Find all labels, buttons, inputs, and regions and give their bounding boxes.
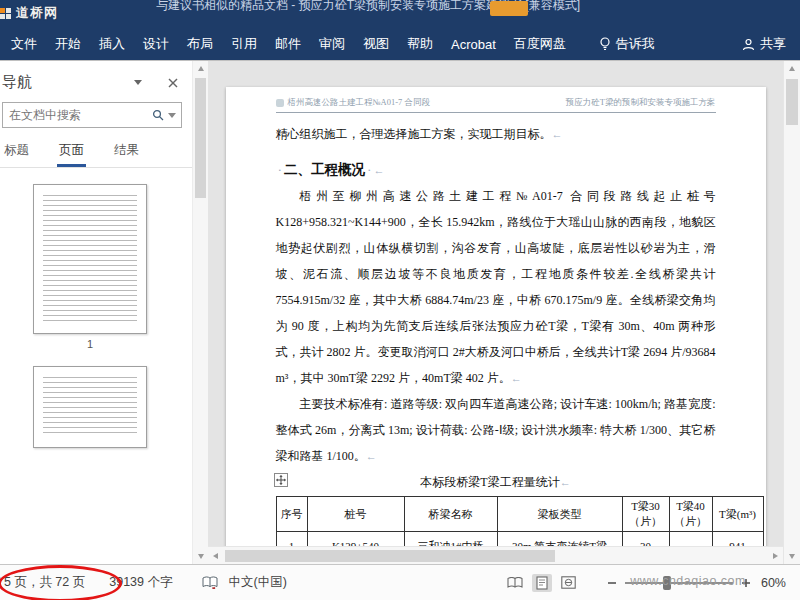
navigation-scrollbar-thumb[interactable] (195, 78, 206, 198)
paragraph-text: 精心组织施工，合理选择施工方案，实现工期目标。 (276, 127, 552, 141)
red-circle-annotation (0, 565, 122, 600)
tab-acrobat[interactable]: Acrobat (442, 30, 505, 59)
tab-layout[interactable]: 布局 (178, 28, 222, 60)
view-shortcuts (505, 574, 579, 592)
document-area: 梧州高速公路土建工程№A01-7 合同段 预应力砼T梁的预制和安装专项施工方案 … (208, 61, 783, 564)
tell-me-button[interactable]: 告诉我 (599, 35, 655, 53)
site-watermark: 道桥网 (0, 4, 58, 22)
col-header: 梁板类型 (497, 497, 622, 532)
nav-tab-results[interactable]: 结果 (112, 138, 141, 167)
cell (669, 532, 712, 548)
paragraph-mark: ← (560, 476, 571, 488)
search-options-chevron-icon[interactable] (168, 113, 176, 118)
search-input[interactable] (3, 108, 152, 122)
section-heading[interactable]: ·二、工程概况·← (276, 157, 716, 183)
site-watermark-text: 道桥网 (16, 4, 58, 22)
close-pane-button[interactable] (168, 74, 178, 92)
document-page[interactable]: 梧州高速公路土建工程№A01-7 合同段 预应力砼T梁的预制和安装专项施工方案 … (226, 87, 766, 547)
tab-references[interactable]: 引用 (222, 28, 266, 60)
header-right-text: 预应力砼T梁的预制和安装专项施工方案 (566, 97, 716, 109)
language-indicator[interactable]: 中文(中国) (228, 574, 286, 591)
col-header: 桥梁名称 (404, 497, 497, 532)
scroll-right-icon[interactable] (768, 547, 783, 564)
nav-tab-headings[interactable]: 标题 (2, 138, 31, 167)
web-layout-button[interactable] (559, 574, 579, 592)
lightbulb-icon (599, 37, 611, 51)
space-mark: · (365, 162, 374, 177)
header-left-text: 梧州高速公路土建工程№A01-7 合同段 (288, 97, 430, 109)
cell: 941 (712, 532, 763, 548)
statistics-table-block: 本标段桥梁T梁工程量统计← 序号 桩号 桥梁名称 梁板类型 T梁3 (276, 471, 716, 547)
titlebar-highlight-badge[interactable] (490, 1, 528, 16)
tab-mailings[interactable]: 邮件 (266, 28, 310, 60)
cell: 30 (622, 532, 669, 548)
page-thumbnail-2[interactable] (33, 366, 147, 448)
tab-review[interactable]: 审阅 (310, 28, 354, 60)
tab-baidu-netdisk[interactable]: 百度网盘 (505, 28, 575, 60)
zoom-percentage[interactable]: 60% (761, 576, 786, 590)
vertical-scrollbar[interactable] (783, 61, 800, 564)
close-icon (168, 78, 178, 88)
share-button[interactable]: 共享 (742, 35, 786, 53)
horizontal-scrollbar[interactable] (208, 546, 783, 564)
tab-file[interactable]: 文件 (2, 28, 46, 60)
paragraph[interactable]: 梧州至柳州高速公路土建工程№A01-7 合同段路线起止桩号 K128+958.3… (276, 183, 716, 391)
col-header: T梁40（片） (669, 497, 712, 532)
document-search-box[interactable] (2, 102, 182, 128)
table-header-row: 序号 桩号 桥梁名称 梁板类型 T梁30（片） T梁40（片） T梁(m³) (276, 497, 763, 532)
scroll-up-icon[interactable] (193, 61, 208, 76)
paragraph[interactable]: 主要技术标准有: 道路等级: 双向四车道高速公路; 设计车速: 100km/h;… (276, 391, 716, 469)
horizontal-scrollbar-thumb[interactable] (225, 550, 555, 562)
tab-design[interactable]: 设计 (134, 28, 178, 60)
cell: 1 (276, 532, 307, 548)
scroll-down-icon[interactable] (784, 549, 800, 564)
tab-home[interactable]: 开始 (46, 28, 90, 60)
document-viewport: 梧州高速公路土建工程№A01-7 合同段 预应力砼T梁的预制和安装专项施工方案 … (208, 61, 783, 547)
page-thumbnails: 1 (0, 168, 192, 564)
navigation-pane: 导航 标题 页面 结果 (0, 61, 192, 564)
navigation-scrollbar[interactable] (192, 61, 208, 564)
read-mode-button[interactable] (505, 574, 525, 592)
person-icon (742, 38, 755, 51)
grid-logo-icon (0, 8, 11, 19)
tab-help[interactable]: 帮助 (398, 28, 442, 60)
print-layout-button[interactable] (532, 574, 552, 592)
scroll-up-icon[interactable] (784, 61, 800, 76)
navigation-tabs: 标题 页面 结果 (0, 138, 192, 168)
tab-view[interactable]: 视图 (354, 28, 398, 60)
cell: 三和冲1#中桥 (404, 532, 497, 548)
paragraph[interactable]: 精心组织施工，合理选择施工方案，实现工期目标。← (276, 121, 716, 147)
col-header: 桩号 (307, 497, 404, 532)
vertical-scrollbar-thumb[interactable] (786, 79, 798, 125)
navigation-header: 导航 (0, 61, 192, 98)
share-label: 共享 (760, 35, 786, 53)
chevron-down-icon[interactable] (134, 80, 142, 85)
scroll-left-icon[interactable] (208, 547, 223, 564)
word-window: 与建议书相似的精品文档 - 预应力砼T梁预制安装专项施工方案建议书 [兼容模式]… (0, 0, 800, 600)
t-beam-statistics-table[interactable]: 序号 桩号 桥梁名称 梁板类型 T梁30（片） T梁40（片） T梁(m³) (276, 496, 764, 547)
page-thumbnail-1[interactable] (33, 184, 147, 334)
paragraph-text: 梧州至柳州高速公路土建工程№A01-7 合同段路线起止桩号 K128+958.3… (276, 189, 716, 385)
tab-insert[interactable]: 插入 (90, 28, 134, 60)
search-icon[interactable] (152, 109, 164, 121)
paragraph-mark: ← (366, 450, 377, 462)
space-mark: · (276, 162, 285, 177)
header-logo-icon (276, 99, 284, 107)
scroll-down-icon[interactable] (193, 549, 208, 564)
nav-tab-pages[interactable]: 页面 (57, 138, 86, 167)
paragraph-mark: ← (552, 128, 563, 140)
col-header: 序号 (276, 497, 307, 532)
ribbon-tab-bar: 文件 开始 插入 设计 布局 引用 邮件 审阅 视图 帮助 Acrobat 百度… (0, 28, 800, 60)
paragraph-mark: ← (374, 164, 385, 176)
table-row: 1 K129+540 三和冲1#中桥 30m 简支变连续T梁 30 941 (276, 532, 763, 548)
zoom-out-icon[interactable] (607, 578, 617, 588)
thumbnail-text-lines (43, 377, 137, 433)
print-layout-icon (536, 576, 548, 590)
table-move-handle[interactable] (274, 473, 288, 487)
proofing-book-icon (202, 576, 218, 589)
thumbnail-text-lines (43, 195, 137, 321)
paragraph-mark: ← (511, 372, 522, 384)
read-mode-icon (507, 577, 523, 589)
proofing-status-button[interactable] (202, 576, 218, 589)
paragraph-text: 主要技术标准有: 道路等级: 双向四车道高速公路; 设计车速: 100km/h;… (276, 397, 716, 463)
